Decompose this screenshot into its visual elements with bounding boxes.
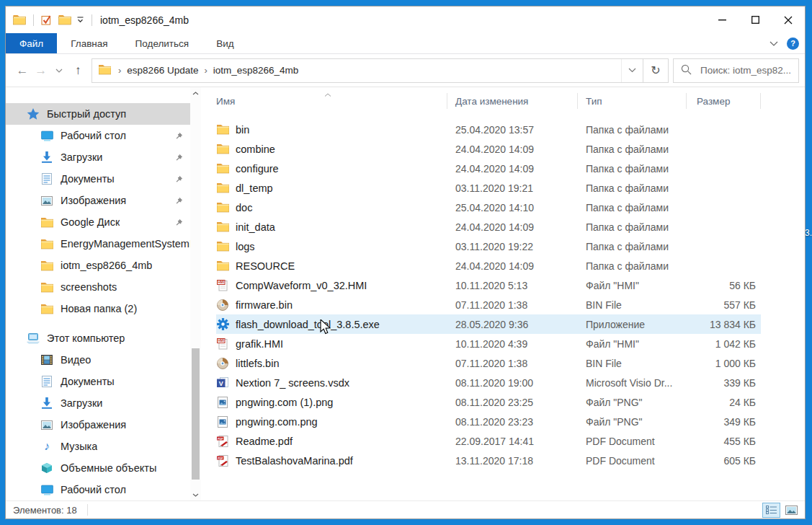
file-size: 56 КБ [687,280,756,291]
file-row[interactable]: PDFTestBalashovaMarina.pdf13.11.2020 17:… [216,451,761,470]
file-row[interactable]: flash_download_tool_3.8.5.exe28.05.2020 … [216,314,761,334]
file-date: 13.11.2020 17:18 [447,455,578,467]
sidebar-item[interactable]: screenshots [6,276,190,298]
file-date: 07.11.2020 1:38 [447,358,578,369]
help-icon[interactable]: ? [787,38,799,50]
minimize-button[interactable] [705,6,739,33]
file-name: dl_temp [216,182,447,194]
sidebar-item[interactable]: Документы [6,371,190,392]
scrollbar-thumb[interactable] [192,348,200,480]
svg-text:HMI: HMI [218,339,223,343]
file-row[interactable]: littlefs.bin07.11.2020 1:38BIN File1 000… [216,353,761,373]
sidebar-item[interactable]: Документы [6,168,190,190]
folder-icon [216,202,229,213]
sidebar-item[interactable]: Загрузки [6,146,190,168]
file-row[interactable]: VNextion 7_ screens.vsdx08.11.2020 19:00… [216,373,761,392]
refresh-button[interactable]: ↻ [643,58,669,83]
back-button[interactable]: ← [13,63,32,78]
file-row[interactable]: dl_temp03.11.2020 19:21Папка с файлами [216,178,761,198]
column-header-size[interactable]: Размер [687,93,761,109]
sidebar-item-label: iotm_esp8266_4mb [61,260,152,271]
visio-icon: V [216,377,229,389]
sidebar-item[interactable]: ♪Музыка [6,436,190,457]
file-row[interactable]: PDFReadme.pdf22.09.2017 14:41PDF Documen… [216,431,761,451]
folder-icon [216,260,229,271]
file-row[interactable]: HMIgrafik.HMI10.11.2020 4:39Файл "HMI"1 … [216,334,761,353]
forward-button[interactable]: → [32,63,50,78]
sidebar-item[interactable]: Этот компьютер [6,327,190,349]
desktop-icon-label-fragment: 3. [805,228,812,238]
file-row[interactable]: pngwing.com.png08.11.2020 23:23Файл "PNG… [216,412,761,431]
pin-icon [174,153,183,164]
file-row[interactable]: bin25.04.2020 13:57Папка с файлами [216,120,761,139]
png-icon [216,416,229,428]
details-view-button[interactable] [762,503,780,518]
column-header-date[interactable]: Дата изменения [447,93,578,109]
file-row[interactable]: combine24.04.2020 14:09Папка с файлами [216,139,761,159]
recent-locations-icon[interactable] [50,69,69,73]
up-button[interactable]: ↑ [68,63,87,78]
folder-icon [40,282,54,293]
sidebar-scrollbar[interactable] [190,87,201,500]
scroll-up-icon[interactable] [190,87,201,99]
file-row[interactable]: logs03.11.2020 19:22Папка с файлами [216,237,761,256]
file-row[interactable]: firmware.bin07.11.2020 1:38BIN File557 К… [216,295,761,314]
hmi-icon: HMI [216,280,229,291]
file-row[interactable]: configure24.04.2020 14:09Папка с файлами [216,159,761,178]
column-headers: Имя Дата изменения Тип Размер [208,90,805,112]
folder-icon [216,124,229,135]
file-date: 07.11.2020 1:38 [447,299,578,311]
explorer-window: iotm_esp8266_4mb Файл Главная Поделиться… [5,6,806,519]
thumbnail-view-button[interactable] [782,503,800,518]
file-size: 13 834 КБ [687,319,756,330]
scroll-down-icon[interactable] [190,489,201,500]
sidebar-item[interactable]: Объемные объекты [6,457,190,479]
qat-dropdown-icon[interactable] [76,17,84,23]
close-button[interactable] [772,6,805,33]
search-box[interactable]: Поиск: iotm_esp82... [673,58,799,83]
file-name: PDFReadme.pdf [216,436,447,447]
sidebar-item-label: Рабочий стол [61,484,126,495]
sidebar-item[interactable]: iotm_esp8266_4mb [6,255,190,276]
file-list-pane: Имя Дата изменения Тип Размер bin25.04.2… [201,87,805,500]
tab-file[interactable]: Файл [6,33,57,53]
file-row[interactable]: init_data24.04.2020 14:09Папка с файлами [216,217,761,237]
breadcrumb-item-current[interactable]: iotm_esp8266_4mb [209,65,303,76]
column-header-name[interactable]: Имя [216,93,447,109]
window-controls [705,6,805,33]
file-type: BIN File [578,358,687,369]
file-size: 605 КБ [687,455,756,467]
sidebar-item[interactable]: Новая папка (2) [6,298,190,319]
sidebar-item-label: Google Диск [61,216,120,228]
breadcrumb-chevron: › [117,65,122,76]
sidebar-item[interactable]: Быстрый доступ [6,103,190,125]
breadcrumb-item-parent[interactable]: esp8266 Update [122,65,202,76]
sidebar-item[interactable]: EnergyManagementSystemN [6,233,190,255]
tab-home[interactable]: Главная [57,33,121,53]
documents-icon [40,376,54,387]
file-type: Папка с файлами [578,163,687,175]
address-bar[interactable]: › esp8266 Update › iotm_esp8266_4mb [92,58,643,83]
tab-share[interactable]: Поделиться [122,33,203,53]
sidebar-item[interactable]: Видео [6,349,190,371]
file-row[interactable]: pngwing.com (1).png08.11.2020 23:25Файл … [216,392,761,412]
ribbon-collapse-icon[interactable] [769,41,778,46]
column-header-type[interactable]: Тип [578,93,687,109]
sidebar-item[interactable]: Загрузки [6,392,190,414]
file-row[interactable]: HMICompWaveform_v0_32.HMI10.11.2020 5:13… [216,275,761,295]
new-folder-icon[interactable] [58,14,71,25]
file-row[interactable]: RESOURCE24.04.2020 14:09Папка с файлами [216,256,761,275]
address-dropdown-icon[interactable] [621,59,643,82]
file-row[interactable]: doc25.04.2020 14:10Папка с файлами [216,198,761,217]
sidebar-item[interactable]: Рабочий стол [6,479,190,500]
sidebar-item[interactable]: Изображения [6,190,190,211]
quick-access-icon [26,108,40,120]
sidebar-item[interactable]: Изображения [6,414,190,436]
file-type: BIN File [578,299,687,311]
sidebar-item[interactable]: Рабочий стол [6,125,190,146]
properties-check-icon[interactable] [41,14,53,25]
sidebar-item-label: Объемные объекты [61,462,156,474]
sidebar-item[interactable]: Google Диск [6,211,190,233]
tab-view[interactable]: Вид [202,33,247,53]
maximize-button[interactable] [739,6,772,33]
